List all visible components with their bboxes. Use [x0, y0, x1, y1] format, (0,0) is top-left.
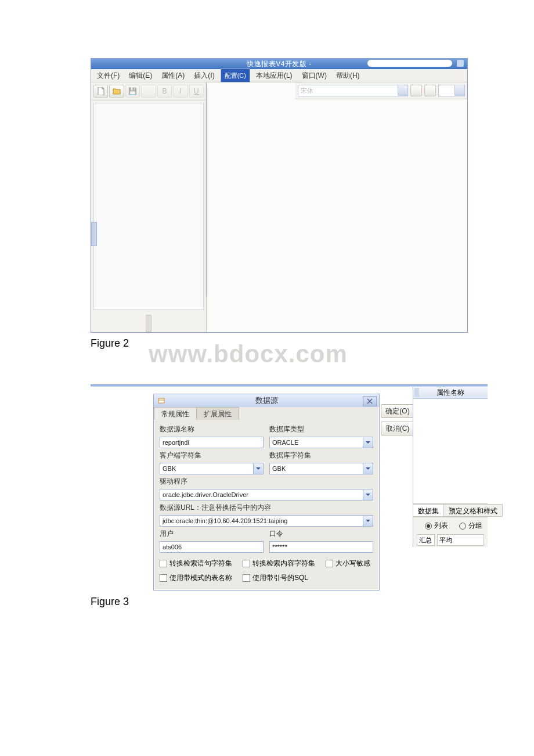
radio-label: 分组	[468, 521, 482, 530]
check-schema-table[interactable]: 使用带模式的表名称	[160, 573, 232, 583]
radio-label: 列表	[434, 521, 448, 530]
menubar[interactable]: 文件(F) 编辑(E) 属性(A) 插入(I) 配置(C) 本地应用(L) 窗口…	[91, 69, 467, 82]
label-user: 用户	[160, 529, 264, 539]
dialog-tabs: 常规属性 扩展属性	[154, 407, 379, 420]
select-value: jdbc:oracle:thin:@10.60.44.209:1521:taip…	[163, 517, 287, 524]
cancel-button[interactable]: 取消(C)	[381, 422, 414, 435]
label-db-charset: 数据库字符集	[269, 451, 373, 460]
input-value: ******	[272, 543, 287, 550]
window-titlebar: 快逸报表V4开发版 -	[91, 59, 467, 69]
svg-rect-11	[158, 398, 164, 403]
check-convert-sql-charset[interactable]: 转换检索语句字符集	[160, 559, 232, 568]
figure3-container: 数据源 常规属性 扩展属性 数据源名称 数据库类型 reportjndi ORA…	[91, 384, 488, 588]
menu-attr[interactable]: 属性(A)	[158, 70, 188, 82]
input-user[interactable]: ats006	[160, 541, 264, 553]
select-client-charset[interactable]: GBK	[160, 463, 264, 474]
title-filename-blank	[367, 60, 452, 67]
canvas-area: 宋体	[207, 82, 467, 332]
chevron-down-icon[interactable]	[363, 437, 373, 448]
new-file-button[interactable]	[93, 85, 108, 98]
chevron-down-icon[interactable]	[363, 489, 373, 500]
menu-file[interactable]: 文件(F)	[93, 70, 123, 82]
radio-list[interactable]: 列表	[425, 521, 448, 530]
dialog-side-buttons: 确定(O) 取消(C)	[381, 404, 414, 435]
label-password: 口令	[269, 529, 373, 539]
dialog-titlebar: 数据源	[154, 394, 379, 407]
check-label: 使用带模式的表名称	[169, 574, 232, 582]
chevron-down-icon[interactable]	[398, 85, 407, 96]
tool-7[interactable]: U	[189, 85, 204, 98]
tab-dataset[interactable]: 数据集	[413, 504, 444, 517]
figure3-caption: Figure 3	[91, 596, 534, 608]
tool-6[interactable]: I	[173, 85, 187, 98]
dialog-body: 数据源名称 数据库类型 reportjndi ORACLE 客户端字符集 数据库…	[154, 420, 379, 590]
summary-value[interactable]: 平均	[437, 534, 484, 546]
font-combo-value: 宋体	[301, 87, 313, 95]
tool-4[interactable]	[141, 85, 156, 98]
select-url[interactable]: jdbc:oracle:thin:@10.60.44.209:1521:taip…	[160, 515, 373, 527]
chevron-down-icon[interactable]	[363, 516, 373, 526]
dialog-close-button[interactable]	[363, 396, 377, 406]
checkbox-row-2: 使用带模式的表名称 使用带引号的SQL	[160, 573, 373, 583]
select-db-charset[interactable]: GBK	[269, 463, 373, 474]
ok-button[interactable]: 确定(O)	[381, 404, 414, 418]
check-label: 转换检索内容字符集	[252, 559, 315, 567]
tab-extended[interactable]: 扩展属性	[196, 407, 239, 420]
label-driver: 驱动程序	[160, 477, 373, 487]
toolbar: 💾 B I U	[91, 82, 206, 100]
format-btn-2[interactable]	[424, 85, 436, 96]
chevron-down-icon[interactable]	[454, 85, 464, 96]
chevron-down-icon[interactable]	[363, 463, 373, 474]
font-combo[interactable]: 宋体	[298, 85, 408, 96]
format-btn-1[interactable]	[410, 85, 422, 96]
label-db-type: 数据库类型	[269, 424, 373, 434]
check-label: 大小写敏感	[335, 559, 370, 567]
datasource-dialog: 数据源 常规属性 扩展属性 数据源名称 数据库类型 reportjndi ORA…	[153, 394, 380, 591]
properties-bottom: 列表 分组 汇总 平均	[413, 517, 488, 547]
menu-window[interactable]: 窗口(W)	[298, 70, 330, 82]
input-value: ats006	[163, 543, 182, 550]
properties-header: 属性名称	[413, 387, 488, 399]
save-button[interactable]: 💾	[125, 85, 140, 98]
folder-open-icon	[113, 88, 121, 95]
select-value: GBK	[163, 465, 176, 472]
radio-group[interactable]: 分组	[459, 521, 482, 530]
check-label: 转换检索语句字符集	[169, 559, 232, 567]
checkbox-row-1: 转换检索语句字符集 转换检索内容字符集 大小写敏感	[160, 559, 373, 568]
select-value: ORACLE	[272, 439, 298, 446]
menu-edit[interactable]: 编辑(E)	[125, 70, 156, 82]
label-client-charset: 客户端字符集	[160, 451, 264, 460]
menu-help[interactable]: 帮助(H)	[333, 70, 363, 82]
check-label: 使用带引号的SQL	[252, 574, 308, 582]
select-value: oracle.jdbc.driver.OracleDriver	[163, 491, 248, 498]
check-quoted-sql[interactable]: 使用带引号的SQL	[243, 573, 308, 583]
check-case-sensitive[interactable]: 大小写敏感	[326, 559, 370, 568]
dialog-title-icon	[157, 397, 165, 405]
titlebar-right-icon	[457, 60, 464, 67]
input-ds-name[interactable]: reportjndi	[160, 437, 264, 448]
select-driver[interactable]: oracle.jdbc.driver.OracleDriver	[160, 489, 373, 501]
tab-general[interactable]: 常规属性	[154, 407, 197, 420]
label-ds-name: 数据源名称	[160, 424, 264, 434]
splitter-handle[interactable]	[146, 315, 151, 332]
properties-body	[413, 399, 488, 503]
select-db-type[interactable]: ORACLE	[269, 437, 373, 448]
figure2-app-window: 快逸报表V4开发版 - 文件(F) 编辑(E) 属性(A) 插入(I) 配置(C…	[91, 58, 468, 333]
menu-local[interactable]: 本地应用(L)	[252, 70, 296, 82]
chevron-down-icon[interactable]	[253, 463, 263, 474]
format-toolbar: 宋体	[295, 82, 467, 99]
tool-5[interactable]: B	[157, 85, 172, 98]
input-password[interactable]: ******	[269, 541, 373, 553]
scrollbar-left[interactable]	[91, 222, 97, 246]
size-combo[interactable]	[438, 85, 465, 96]
menu-insert[interactable]: 插入(I)	[190, 70, 218, 82]
document-icon	[98, 87, 104, 95]
dialog-title: 数据源	[255, 395, 278, 406]
menu-config[interactable]: 配置(C)	[221, 69, 250, 82]
input-value: reportjndi	[163, 439, 189, 446]
tab-predef[interactable]: 预定义格和样式	[443, 504, 503, 517]
open-file-button[interactable]	[109, 85, 124, 98]
properties-header-text: 属性名称	[436, 388, 464, 398]
check-convert-content-charset[interactable]: 转换检索内容字符集	[243, 559, 315, 568]
properties-tabs: 数据集 预定义格和样式	[413, 503, 488, 517]
